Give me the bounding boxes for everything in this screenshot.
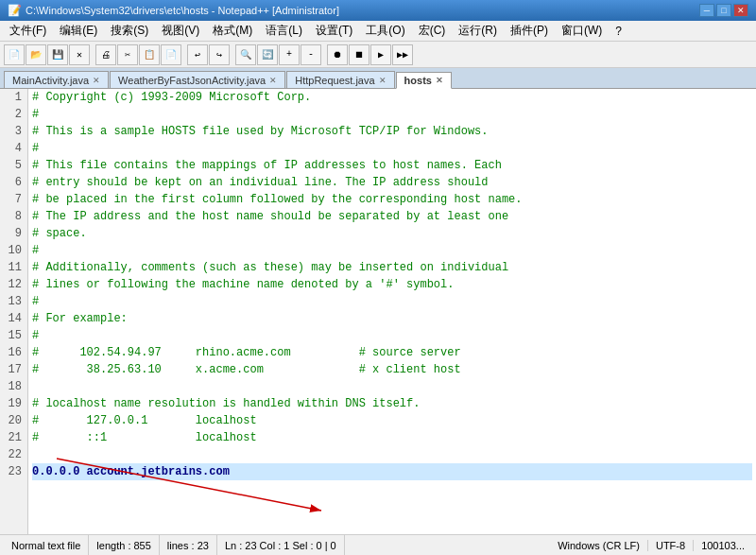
tab-weatheractivity[interactable]: WeatherByFastJsonActivity.java ✕ bbox=[110, 71, 285, 88]
position-status: Ln : 23 Col : 1 Sel : 0 | 0 bbox=[217, 535, 345, 555]
tab-bar: MainActivity.java ✕ WeatherByFastJsonAct… bbox=[0, 68, 756, 89]
code-line: # For example: bbox=[32, 310, 752, 327]
code-line: # bbox=[32, 327, 752, 344]
code-line: # be placed in the first column followed… bbox=[32, 191, 752, 208]
menu-item[interactable]: 搜索(S) bbox=[105, 21, 154, 41]
line-number: 10 bbox=[6, 242, 22, 259]
code-line bbox=[32, 446, 752, 463]
menu-item[interactable]: 格式(M) bbox=[207, 21, 258, 41]
toolbar-edit-group: 🖨 ✂ 📋 📄 bbox=[95, 44, 181, 65]
close-file-button[interactable]: ✕ bbox=[69, 44, 90, 65]
code-line: 0.0.0.0 account.jetbrains.com bbox=[32, 463, 752, 480]
line-ending-label: Windows (CR LF) bbox=[558, 540, 640, 551]
record-button[interactable]: ⏺ bbox=[327, 44, 348, 65]
tab-close-icon[interactable]: ✕ bbox=[436, 76, 443, 85]
menu-item[interactable]: 宏(C) bbox=[413, 21, 452, 41]
paste-button[interactable]: 📄 bbox=[161, 44, 181, 65]
menu-item[interactable]: 文件(F) bbox=[4, 21, 52, 41]
line-number: 8 bbox=[6, 208, 22, 225]
line-number: 11 bbox=[6, 259, 22, 276]
window-controls: ─ □ ✕ bbox=[699, 4, 748, 17]
tab-label: hosts bbox=[404, 75, 432, 86]
menu-item[interactable]: ? bbox=[610, 23, 627, 40]
code-line: # 38.25.63.10 x.acme.com # x client host bbox=[32, 361, 752, 378]
line-numbers: 1234567891011121314151617181920212223 bbox=[0, 89, 28, 534]
encoding-label: UTF-8 bbox=[656, 540, 685, 551]
find-replace-button[interactable]: 🔄 bbox=[257, 44, 278, 65]
lines-status: lines : 23 bbox=[160, 535, 217, 555]
menu-item[interactable]: 视图(V) bbox=[156, 21, 205, 41]
tab-label: MainActivity.java bbox=[12, 75, 89, 86]
length-status: length : 855 bbox=[89, 535, 160, 555]
print-button[interactable]: 🖨 bbox=[95, 44, 116, 65]
code-line: # bbox=[32, 106, 752, 123]
menu-item[interactable]: 运行(R) bbox=[453, 21, 503, 41]
menu-item[interactable]: 工具(O) bbox=[360, 21, 410, 41]
play-button[interactable]: ▶ bbox=[370, 44, 391, 65]
code-line: # space. bbox=[32, 225, 752, 242]
line-number: 4 bbox=[6, 140, 22, 157]
toolbar-extra-group: ⏺ ⏹ ▶ ▶▶ bbox=[327, 44, 413, 65]
menu-item[interactable]: 插件(P) bbox=[505, 21, 554, 41]
menu-item[interactable]: 窗口(W) bbox=[556, 21, 608, 41]
tab-label: HttpRequest.java bbox=[295, 75, 374, 86]
copy-button[interactable]: 📋 bbox=[139, 44, 160, 65]
tab-httprequest[interactable]: HttpRequest.java ✕ bbox=[286, 71, 394, 88]
line-number: 9 bbox=[6, 225, 22, 242]
window-title: C:\Windows\System32\drivers\etc\hosts - … bbox=[26, 5, 339, 16]
menu-item[interactable]: 语言(L) bbox=[260, 21, 308, 41]
extra-status: 100103... bbox=[694, 540, 752, 551]
tab-close-icon[interactable]: ✕ bbox=[93, 76, 100, 85]
file-type-label: Normal text file bbox=[11, 540, 80, 551]
line-number: 13 bbox=[6, 293, 22, 310]
run-macro-button[interactable]: ▶▶ bbox=[392, 44, 413, 65]
line-number: 14 bbox=[6, 310, 22, 327]
file-type-status: Normal text file bbox=[4, 535, 89, 555]
find-button[interactable]: 🔍 bbox=[235, 44, 256, 65]
zoom-in-button[interactable]: + bbox=[279, 44, 300, 65]
save-button[interactable]: 💾 bbox=[47, 44, 68, 65]
zoom-out-button[interactable]: - bbox=[301, 44, 321, 65]
menu-bar: 文件(F)编辑(E)搜索(S)视图(V)格式(M)语言(L)设置(T)工具(O)… bbox=[0, 21, 756, 42]
open-button[interactable]: 📂 bbox=[26, 44, 46, 65]
line-number: 20 bbox=[6, 412, 22, 429]
tab-close-icon[interactable]: ✕ bbox=[379, 76, 387, 85]
code-line: # This file contains the mappings of IP … bbox=[32, 157, 752, 174]
toolbar-file-group: 📄 📂 💾 ✕ bbox=[4, 44, 90, 65]
maximize-button[interactable]: □ bbox=[716, 4, 731, 17]
redo-button[interactable]: ↪ bbox=[209, 44, 230, 65]
line-number: 5 bbox=[6, 157, 22, 174]
line-number: 17 bbox=[6, 361, 22, 378]
menu-item[interactable]: 设置(T) bbox=[310, 21, 358, 41]
status-bar: Normal text file length : 855 lines : 23… bbox=[0, 534, 756, 555]
lines-label: lines : 23 bbox=[167, 540, 209, 551]
line-number: 21 bbox=[6, 429, 22, 446]
line-number: 18 bbox=[6, 378, 22, 395]
code-line: # 102.54.94.97 rhino.acme.com # source s… bbox=[32, 344, 752, 361]
code-line: # Copyright (c) 1993-2009 Microsoft Corp… bbox=[32, 89, 752, 106]
editor-area: 1234567891011121314151617181920212223 # … bbox=[0, 89, 756, 534]
status-right: Windows (CR LF) UTF-8 100103... bbox=[550, 540, 752, 551]
tab-hosts[interactable]: hosts ✕ bbox=[396, 72, 452, 89]
code-line: # bbox=[32, 140, 752, 157]
new-button[interactable]: 📄 bbox=[4, 44, 25, 65]
line-number: 6 bbox=[6, 174, 22, 191]
minimize-button[interactable]: ─ bbox=[699, 4, 714, 17]
undo-button[interactable]: ↩ bbox=[187, 44, 208, 65]
code-line: # The IP address and the host name shoul… bbox=[32, 208, 752, 225]
code-content[interactable]: # Copyright (c) 1993-2009 Microsoft Corp… bbox=[28, 89, 756, 534]
line-number: 2 bbox=[6, 106, 22, 123]
line-number: 23 bbox=[6, 463, 22, 480]
close-button[interactable]: ✕ bbox=[733, 4, 748, 17]
title-bar: 📝 C:\Windows\System32\drivers\etc\hosts … bbox=[0, 0, 756, 21]
tab-mainactivity[interactable]: MainActivity.java ✕ bbox=[4, 71, 109, 88]
code-line: # bbox=[32, 242, 752, 259]
line-number: 22 bbox=[6, 446, 22, 463]
cut-button[interactable]: ✂ bbox=[117, 44, 138, 65]
stop-button[interactable]: ⏹ bbox=[349, 44, 369, 65]
menu-item[interactable]: 编辑(E) bbox=[54, 21, 103, 41]
position-label: Ln : 23 Col : 1 Sel : 0 | 0 bbox=[225, 540, 336, 551]
tab-close-icon[interactable]: ✕ bbox=[269, 76, 277, 85]
code-line: # Additionally, comments (such as these)… bbox=[32, 259, 752, 276]
code-line: # This is a sample HOSTS file used by Mi… bbox=[32, 123, 752, 140]
